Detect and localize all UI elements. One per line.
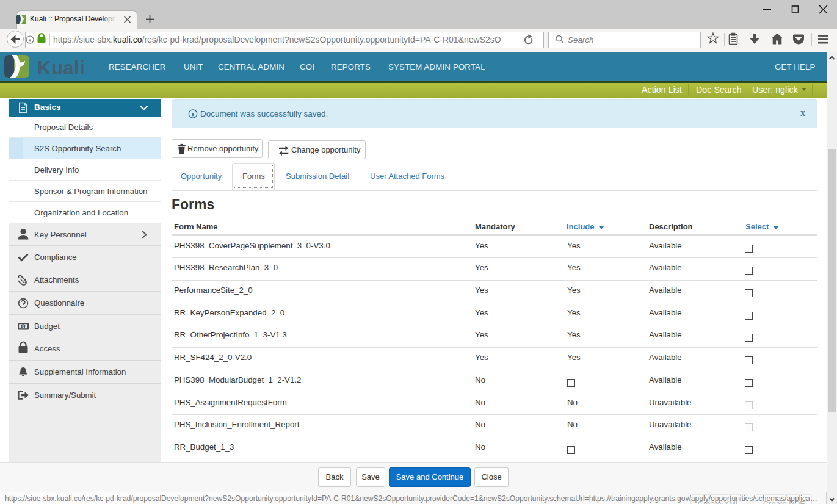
svg-text:0: 0 xyxy=(22,324,24,328)
